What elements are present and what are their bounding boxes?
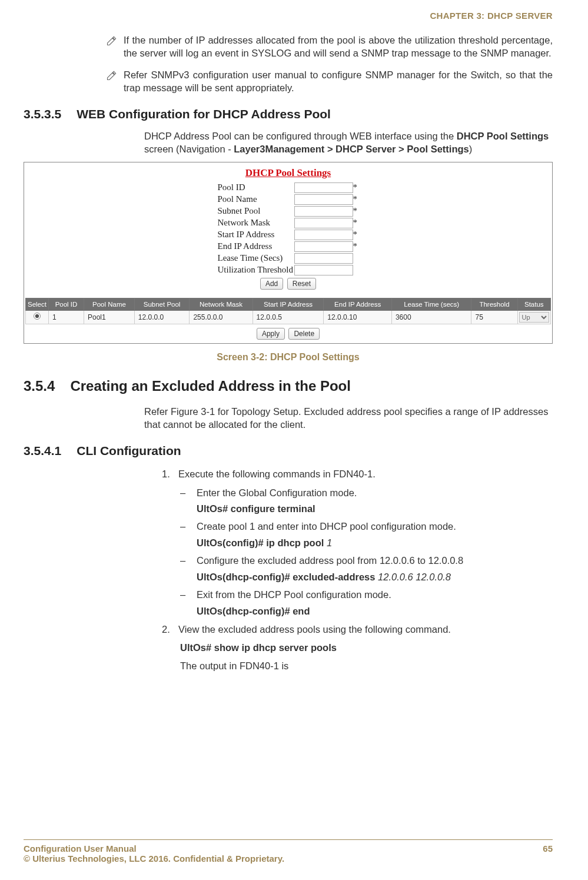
heading-number: 3.5.3.5	[24, 107, 61, 121]
input-lease-time[interactable]	[294, 253, 353, 264]
cli-command: UltOs(config)# ip dhcp pool 1	[197, 537, 553, 549]
required-asterisk: *	[353, 218, 359, 228]
heading-number: 3.5.4.1	[24, 444, 61, 458]
input-start-ip[interactable]	[294, 230, 353, 240]
required-asterisk: *	[353, 241, 359, 251]
required-asterisk: *	[353, 194, 359, 204]
heading-3-5-3-5: 3.5.3.5 WEB Configuration for DHCP Addre…	[24, 107, 553, 121]
heading-title: Creating an Excluded Address in the Pool	[70, 378, 351, 394]
list-text: Create pool 1 and enter into DHCP pool c…	[197, 519, 456, 534]
note-2: Refer SNMPv3 configuration user manual t…	[106, 68, 553, 95]
input-pool-name[interactable]	[294, 194, 353, 205]
list-text: Enter the Global Configuration mode.	[197, 486, 357, 500]
th-select: Select	[26, 298, 49, 310]
list-text: View the excluded address pools using th…	[178, 622, 451, 637]
heading-3-5-4-1: 3.5.4.1 CLI Configuration	[24, 444, 553, 458]
cell-pool-name[interactable]: Pool1	[84, 310, 135, 324]
required-asterisk: *	[353, 182, 359, 192]
section-body: DHCP Address Pool can be configured thro…	[144, 129, 553, 156]
cell-pool-id: 1	[48, 310, 84, 324]
dash-marker: –	[180, 486, 197, 500]
th-network-mask: Network Mask	[190, 298, 253, 310]
list-text: Exit from the DHCP Pool configuration mo…	[197, 587, 391, 602]
heading-title: WEB Configuration for DHCP Address Pool	[77, 107, 331, 121]
body-text: DHCP Address Pool can be configured thro…	[144, 131, 457, 141]
apply-button[interactable]: Apply	[257, 328, 285, 340]
table-row: 1 Pool1 12.0.0.0 255.0.0.0 12.0.0.5 12.0…	[26, 310, 551, 324]
label-lease-time: Lease Time (Secs)	[218, 253, 294, 263]
th-status: Status	[517, 298, 550, 310]
th-lease-time: Lease Time (secs)	[391, 298, 471, 310]
cell-threshold[interactable]: 75	[471, 310, 517, 324]
cli-command: UltOs(dhcp-config)# excluded-address 12.…	[197, 572, 553, 583]
input-end-ip[interactable]	[294, 241, 353, 252]
label-subnet-pool: Subnet Pool	[218, 206, 294, 216]
footer-title: Configuration User Manual	[24, 844, 284, 854]
note-1: If the number of IP addresses allocated …	[106, 34, 553, 60]
pool-table: Select Pool ID Pool Name Subnet Pool Net…	[25, 298, 551, 324]
page-number: 65	[543, 844, 553, 864]
dash-marker: –	[180, 587, 197, 602]
figure-title: DHCP Pool Settings	[25, 167, 551, 179]
body-bold: DHCP Pool Settings	[457, 131, 549, 141]
list-text: Configure the excluded address pool from…	[197, 553, 463, 568]
cli-command: UltOs# configure terminal	[197, 503, 553, 514]
list-text: Execute the following commands in FDN40-…	[178, 466, 376, 481]
row-select-radio[interactable]	[34, 313, 41, 320]
input-network-mask[interactable]	[294, 218, 353, 228]
cell-start-ip[interactable]: 12.0.0.5	[253, 310, 324, 324]
cell-network-mask[interactable]: 255.0.0.0	[190, 310, 253, 324]
pencil-note-icon	[106, 69, 119, 84]
input-subnet-pool[interactable]	[294, 206, 353, 217]
status-select[interactable]: Up	[519, 312, 549, 323]
heading-title: CLI Configuration	[77, 444, 181, 458]
label-pool-id: Pool ID	[218, 182, 294, 192]
th-start-ip: Start IP Address	[253, 298, 324, 310]
cell-lease-time[interactable]: 3600	[391, 310, 471, 324]
figure-caption: Screen 3-2: DHCP Pool Settings	[24, 352, 553, 363]
figure-dhcp-pool-settings: DHCP Pool Settings Pool ID* Pool Name* S…	[24, 162, 553, 344]
th-pool-name: Pool Name	[84, 298, 135, 310]
cmd-part: UltOs(config)# ip dhcp pool	[197, 537, 327, 548]
footer-copyright: © Ulterius Technologies, LLC 2016. Confi…	[24, 854, 284, 864]
heading-number: 3.5.4	[24, 378, 55, 394]
required-asterisk: *	[353, 206, 359, 216]
input-util-thresh[interactable]	[294, 265, 353, 275]
pencil-note-icon	[106, 35, 119, 49]
heading-3-5-4: 3.5.4 Creating an Excluded Address in th…	[24, 378, 553, 394]
cmd-part: UltOs(dhcp-config)# excluded-address	[197, 572, 378, 582]
dash-marker: –	[180, 553, 197, 568]
th-pool-id: Pool ID	[48, 298, 84, 310]
reset-button[interactable]: Reset	[287, 278, 316, 290]
input-pool-id[interactable]	[294, 182, 353, 193]
add-button[interactable]: Add	[260, 278, 283, 290]
dash-list: –Enter the Global Configuration mode.	[180, 486, 553, 500]
cli-command: UltOs(dhcp-config)# end	[197, 606, 553, 617]
note-1-text: If the number of IP addresses allocated …	[124, 34, 553, 60]
list-marker: 1.	[162, 466, 178, 481]
label-util-thresh: Utilization Threshold	[218, 265, 294, 275]
label-start-ip: Start IP Address	[218, 230, 294, 240]
label-network-mask: Network Mask	[218, 218, 294, 228]
label-pool-name: Pool Name	[218, 194, 294, 204]
cell-end-ip[interactable]: 12.0.0.10	[324, 310, 392, 324]
th-threshold: Threshold	[471, 298, 517, 310]
note-2-text: Refer SNMPv3 configuration user manual t…	[124, 68, 553, 95]
list-marker: 2.	[162, 622, 178, 637]
output-intro: The output in FDN40-1 is	[180, 659, 553, 673]
delete-button[interactable]: Delete	[288, 328, 320, 340]
cmd-arg: 1	[327, 537, 332, 548]
cmd-arg: 12.0.0.6 12.0.0.8	[378, 572, 451, 582]
body-text: )	[469, 144, 473, 154]
section-body: Refer Figure 3-1 for Topology Setup. Exc…	[144, 405, 553, 431]
body-bold: Layer3Management > DHCP Server > Pool Se…	[234, 144, 469, 154]
body-text: screen (Navigation -	[144, 144, 234, 154]
page-footer: Configuration User Manual © Ulterius Tec…	[24, 839, 553, 864]
required-asterisk: *	[353, 230, 359, 240]
chapter-header: CHAPTER 3: DHCP SERVER	[24, 11, 553, 21]
cell-subnet-pool[interactable]: 12.0.0.0	[134, 310, 190, 324]
cli-command: UltOs# show ip dhcp server pools	[180, 640, 553, 655]
label-end-ip: End IP Address	[218, 241, 294, 251]
ordered-list: 1.Execute the following commands in FDN4…	[162, 466, 553, 481]
dash-marker: –	[180, 519, 197, 534]
